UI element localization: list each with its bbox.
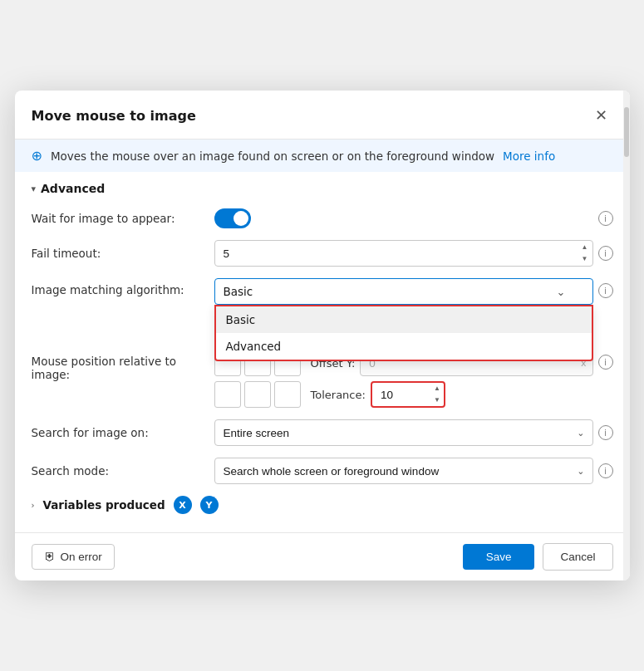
mouse-pos-bottom-row: Tolerance: ▲ ▼ — [214, 381, 593, 408]
pos-bottom-right[interactable] — [274, 381, 301, 408]
fail-timeout-row: Fail timeout: ▲ ▼ i — [32, 240, 613, 267]
fail-timeout-control: ▲ ▼ — [214, 240, 593, 267]
tolerance-spinner: ▲ ▼ — [430, 383, 444, 406]
more-info-link[interactable]: More info — [503, 149, 555, 163]
image-algo-row: Image matching algorithm: Basic ⌄ Basic … — [32, 278, 613, 305]
variable-x-badge: X — [174, 496, 192, 514]
on-error-label: On error — [61, 551, 102, 563]
search-mode-select-wrap: Search whole screen or foreground window… — [214, 458, 593, 484]
search-for-select[interactable]: Entire screen Foreground window — [214, 419, 593, 446]
dialog: Move mouse to image ✕ ⊕ Moves the mouse … — [15, 91, 630, 580]
variable-y-badge: Y — [200, 496, 219, 514]
image-algo-label: Image matching algorithm: — [32, 278, 214, 296]
variables-label: Variables produced — [43, 498, 165, 512]
search-for-info-icon[interactable]: i — [598, 425, 613, 440]
image-algo-dropdown-trigger[interactable]: Basic ⌄ — [214, 278, 593, 305]
search-mode-control: Search whole screen or foreground window… — [214, 458, 593, 484]
fail-timeout-increment[interactable]: ▲ — [578, 242, 592, 253]
search-mode-row: Search mode: Search whole screen or fore… — [32, 458, 613, 484]
fail-timeout-info-icon[interactable]: i — [598, 246, 613, 261]
fail-timeout-input-wrap: ▲ ▼ — [214, 240, 593, 267]
search-mode-select[interactable]: Search whole screen or foreground window… — [214, 458, 593, 484]
advanced-section-toggle[interactable]: ▾ Advanced — [32, 182, 613, 195]
info-banner: ⊕ Moves the mouse over an image found on… — [15, 140, 630, 172]
cancel-button[interactable]: Cancel — [543, 543, 612, 571]
image-algo-control: Basic ⌄ Basic Advanced — [214, 278, 593, 305]
fail-timeout-decrement[interactable]: ▼ — [578, 253, 592, 265]
fail-timeout-spinner: ▲ ▼ — [578, 242, 592, 265]
wait-for-image-toggle[interactable] — [214, 208, 251, 228]
image-algo-dropdown-list: Basic Advanced — [214, 305, 593, 361]
shield-icon: ⛨ — [44, 551, 56, 563]
mouse-pos-info-icon[interactable]: i — [598, 355, 613, 370]
dialog-body: ▾ Advanced Wait for image to appear: i F… — [15, 172, 630, 532]
tolerance-input-wrap: ▲ ▼ — [371, 381, 445, 408]
close-button[interactable]: ✕ — [590, 104, 613, 127]
mouse-target-icon: ⊕ — [32, 148, 42, 164]
chevron-down-icon: ⌄ — [557, 286, 566, 298]
search-for-label: Search for image on: — [32, 426, 214, 439]
tolerance-label: Tolerance: — [311, 389, 366, 401]
dialog-title: Move mouse to image — [32, 108, 196, 124]
search-for-control: Entire screen Foreground window ⌄ — [214, 419, 593, 446]
wait-for-image-row: Wait for image to appear: i — [32, 208, 613, 228]
search-mode-info-icon[interactable]: i — [598, 463, 613, 478]
fail-timeout-label: Fail timeout: — [32, 247, 214, 260]
on-error-button[interactable]: ⛨ On error — [32, 544, 115, 570]
search-for-row: Search for image on: Entire screen Foreg… — [32, 419, 613, 446]
variables-produced-row[interactable]: › Variables produced X Y — [32, 496, 613, 514]
toggle-knob — [234, 211, 248, 226]
search-for-select-wrap: Entire screen Foreground window ⌄ — [214, 419, 593, 446]
image-algo-info-icon[interactable]: i — [598, 283, 613, 298]
wait-for-image-label: Wait for image to appear: — [32, 212, 214, 225]
chevron-down-icon: ▾ — [32, 184, 37, 194]
position-grid-bottom — [214, 381, 301, 408]
image-algo-option-basic[interactable]: Basic — [216, 306, 592, 333]
fail-timeout-input[interactable] — [214, 240, 593, 267]
wait-for-image-control — [214, 208, 593, 228]
variables-chevron-icon: › — [32, 501, 35, 510]
tolerance-increment[interactable]: ▲ — [430, 383, 444, 394]
image-algo-dropdown-container: Basic ⌄ Basic Advanced — [214, 278, 593, 305]
info-text: Moves the mouse over an image found on s… — [51, 149, 494, 163]
tolerance-row: Tolerance: ▲ ▼ — [311, 381, 593, 408]
pos-bottom-left[interactable] — [214, 381, 241, 408]
image-algo-selected-value: Basic — [224, 285, 253, 298]
pos-bottom-center[interactable] — [244, 381, 271, 408]
save-button[interactable]: Save — [463, 544, 535, 570]
tolerance-decrement[interactable]: ▼ — [430, 394, 444, 406]
mouse-pos-label: Mouse position relative to image: — [32, 350, 214, 381]
advanced-section-title: Advanced — [41, 182, 105, 195]
image-algo-option-advanced[interactable]: Advanced — [216, 333, 592, 360]
scrollbar-track — [623, 91, 630, 580]
scrollbar-thumb[interactable] — [624, 107, 629, 157]
wait-for-image-info-icon[interactable]: i — [598, 211, 613, 226]
search-mode-label: Search mode: — [32, 464, 214, 478]
dialog-footer: ⛨ On error Save Cancel — [15, 532, 630, 580]
dialog-header: Move mouse to image ✕ — [15, 91, 630, 140]
